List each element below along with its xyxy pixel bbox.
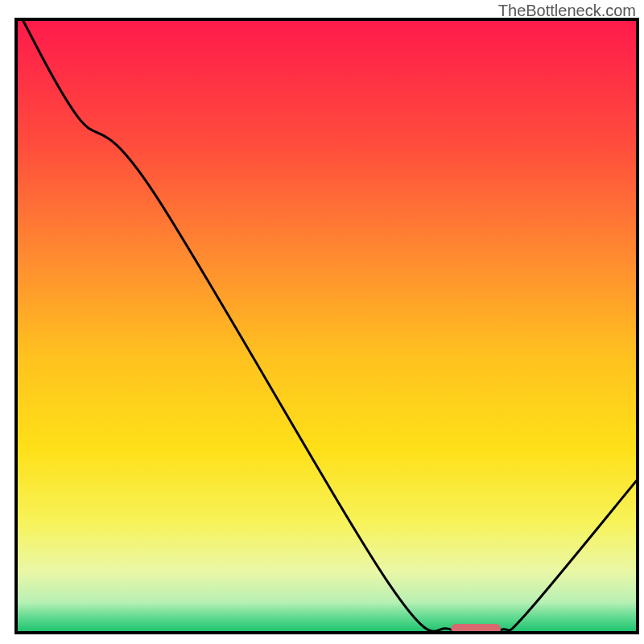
bottleneck-chart: TheBottleneck.com	[0, 0, 644, 644]
chart-svg	[0, 0, 644, 644]
watermark-text: TheBottleneck.com	[498, 2, 636, 20]
gradient-background	[16, 19, 638, 633]
